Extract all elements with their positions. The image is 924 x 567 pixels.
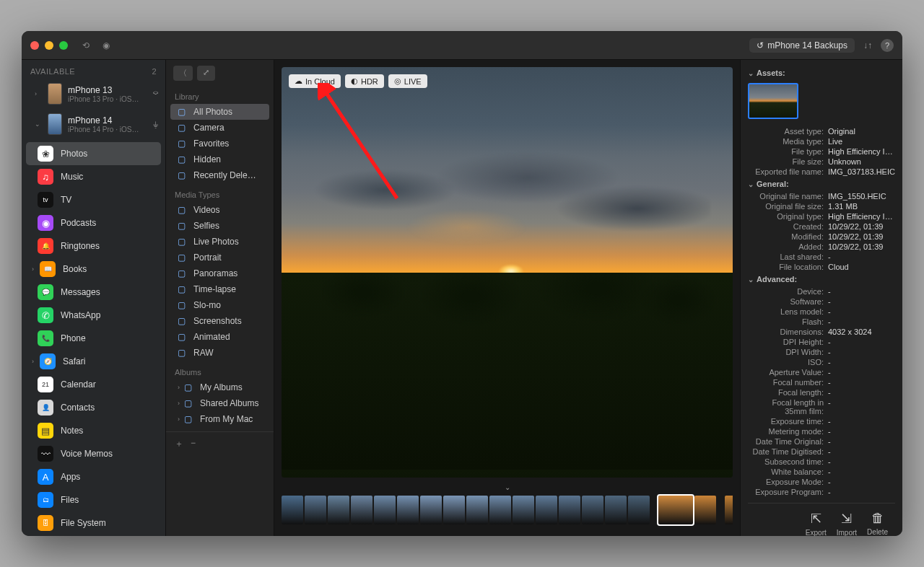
close-window-button[interactable] — [30, 41, 39, 50]
sidebar-item-tv[interactable]: tv TV — [26, 188, 161, 211]
category-icon: ▢ — [178, 170, 188, 180]
transfer-icon[interactable]: ↓↑ — [863, 40, 872, 50]
sidebar-item-voice-memos[interactable]: 〰 Voice Memos — [26, 442, 161, 465]
back-button[interactable]: 〈 — [173, 66, 193, 81]
album-item-from-my-mac[interactable]: ›▢From My Mac — [170, 411, 269, 427]
history-icon: ↺ — [757, 40, 764, 50]
media-item-raw[interactable]: ▢RAW — [170, 345, 269, 361]
thumbnail[interactable] — [374, 496, 396, 524]
expand-button[interactable]: ⤢ — [197, 66, 215, 81]
minimize-window-button[interactable] — [45, 41, 53, 50]
thumbnail[interactable] — [725, 496, 733, 524]
add-album-button[interactable]: ＋ — [175, 438, 183, 450]
metadata-row: Focal number:- — [748, 377, 895, 387]
thumbnail[interactable] — [513, 496, 534, 524]
thumbnail[interactable] — [420, 496, 442, 524]
sidebar-item-files[interactable]: 🗂 Files — [26, 488, 161, 511]
thumbnail[interactable] — [351, 496, 372, 524]
media-item-portrait[interactable]: ▢Portrait — [170, 250, 269, 265]
sidebar-item-notes[interactable]: ▤ Notes — [26, 419, 161, 442]
category-icon: ▢ — [178, 221, 188, 231]
library-item-favorites[interactable]: ▢Favorites — [170, 136, 269, 151]
photo-viewer[interactable]: ☁ In Cloud ◐ HDR ◎ LIVE — [282, 67, 733, 478]
sidebar-item-podcasts[interactable]: ◉ Podcasts — [26, 211, 161, 234]
thumbnail[interactable] — [489, 496, 511, 524]
albums-header: Albums — [166, 361, 274, 379]
general-section-header[interactable]: General: — [748, 177, 895, 191]
delete-button[interactable]: 🗑Delete — [867, 511, 888, 536]
thumbnail[interactable] — [694, 496, 716, 524]
asset-thumbnail[interactable] — [748, 83, 798, 119]
media-item-animated[interactable]: ▢Animated — [170, 329, 269, 345]
thumbnail[interactable] — [559, 496, 580, 524]
app-icon: 🧭 — [40, 353, 56, 369]
metadata-row: Device:- — [748, 286, 895, 296]
library-item-recently-dele-[interactable]: ▢Recently Dele… — [170, 167, 269, 183]
library-item-all-photos[interactable]: ▢All Photos — [170, 104, 269, 120]
help-button[interactable]: ? — [881, 39, 894, 52]
thumbnail[interactable] — [658, 496, 693, 524]
sidebar-item-contacts[interactable]: 👤 Contacts — [26, 396, 161, 419]
app-label: Calendar — [61, 379, 96, 390]
album-item-shared-albums[interactable]: ›▢Shared Albums — [170, 395, 269, 411]
app-icon: A — [38, 469, 53, 485]
sidebar-item-music[interactable]: ♫ Music — [26, 165, 161, 188]
app-icon: ❀ — [38, 146, 53, 162]
export-button[interactable]: ⇱Export — [806, 511, 827, 536]
library-item-hidden[interactable]: ▢Hidden — [170, 151, 269, 167]
sidebar-item-profiles[interactable]: ⚙ Profiles — [26, 535, 161, 536]
refresh-icon[interactable]: ⟲ — [82, 40, 90, 50]
assets-section-header[interactable]: Assets: — [748, 66, 895, 80]
sidebar-item-apps[interactable]: A Apps — [26, 465, 161, 488]
app-label: Phone — [61, 333, 86, 343]
media-item-live-photos[interactable]: ▢Live Photos — [170, 234, 269, 250]
media-item-slo-mo[interactable]: ▢Slo-mo — [170, 297, 269, 313]
thumbnail[interactable] — [328, 496, 349, 524]
category-icon: ▢ — [178, 268, 188, 278]
filmstrip[interactable] — [282, 491, 733, 529]
library-sidebar: 〈 ⤢ Library ▢All Photos▢Camera▢Favorites… — [166, 60, 274, 536]
app-label: Notes — [61, 426, 83, 436]
thumbnail[interactable] — [397, 496, 419, 524]
titlebar: ⟲ ◉ ↺ mPhone 14 Backups ↓↑ ? — [22, 31, 902, 60]
usb-icon: ⏚ — [153, 119, 158, 129]
device-row[interactable]: › mPhone 13iPhone 13 Pro · iOS… ⌔ — [22, 79, 165, 109]
visibility-icon[interactable]: ◉ — [103, 40, 110, 50]
zoom-window-button[interactable] — [59, 41, 68, 50]
sidebar-item-calendar[interactable]: 21 Calendar — [26, 373, 161, 396]
device-row[interactable]: ⌄ mPhone 14iPhone 14 Pro · iOS… ⏚ — [22, 109, 165, 139]
import-button[interactable]: ⇲Import — [837, 511, 857, 536]
metadata-row: Metering mode:- — [748, 426, 895, 436]
media-item-videos[interactable]: ▢Videos — [170, 202, 269, 218]
sidebar-item-books[interactable]: ›📖 Books — [26, 258, 161, 281]
backups-button[interactable]: ↺ mPhone 14 Backups — [749, 38, 855, 53]
device-icon — [48, 113, 62, 135]
sidebar-item-safari[interactable]: ›🧭 Safari — [26, 350, 161, 373]
app-label: Podcasts — [61, 218, 96, 228]
media-item-screenshots[interactable]: ▢Screenshots — [170, 313, 269, 329]
thumbnail[interactable] — [628, 496, 650, 524]
album-item-my-albums[interactable]: ›▢My Albums — [170, 379, 269, 395]
category-icon: ▢ — [178, 284, 188, 294]
sidebar-item-messages[interactable]: 💬 Messages — [26, 281, 161, 304]
advanced-section-header[interactable]: Advanced: — [748, 272, 895, 286]
thumbnail[interactable] — [536, 496, 557, 524]
traffic-lights — [30, 41, 68, 50]
thumbnail[interactable] — [282, 496, 303, 524]
media-item-selfies[interactable]: ▢Selfies — [170, 218, 269, 234]
thumbnail[interactable] — [605, 496, 627, 524]
library-item-camera[interactable]: ▢Camera — [170, 120, 269, 136]
sidebar-item-ringtones[interactable]: 🔔 Ringtones — [26, 234, 161, 258]
sidebar-item-file-system[interactable]: 🗄 File System — [26, 511, 161, 535]
sidebar-item-whatsapp[interactable]: ✆ WhatsApp — [26, 304, 161, 327]
thumbnail[interactable] — [466, 496, 488, 524]
thumbnail[interactable] — [305, 496, 326, 524]
remove-album-button[interactable]: − — [191, 438, 196, 450]
sidebar-item-phone[interactable]: 📞 Phone — [26, 327, 161, 350]
media-item-time-lapse[interactable]: ▢Time-lapse — [170, 281, 269, 297]
thumbnail[interactable] — [582, 496, 603, 524]
thumbnail[interactable] — [443, 496, 465, 524]
sidebar-item-photos[interactable]: ❀ Photos — [26, 142, 161, 165]
filmstrip-toggle[interactable]: ⌄ — [274, 483, 740, 491]
media-item-panoramas[interactable]: ▢Panoramas — [170, 265, 269, 281]
